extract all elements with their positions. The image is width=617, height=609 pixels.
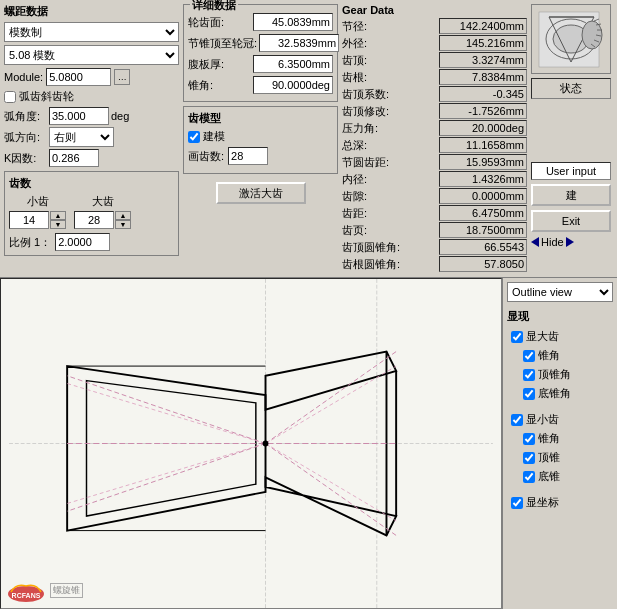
small-cone-checkbox[interactable]	[523, 433, 535, 445]
gear-data-row-11: 齿距:	[342, 205, 527, 221]
module-input[interactable]	[46, 68, 111, 86]
main-container: 螺距数据 模数制 5.08 模数 Module: … 弧齿斜齿轮 弧角度	[0, 0, 617, 609]
gear-row-value-3[interactable]	[439, 69, 527, 85]
gear-row-value-10[interactable]	[439, 188, 527, 204]
large-top-cone-checkbox[interactable]	[523, 369, 535, 381]
gear-row-label-0: 节径:	[342, 19, 407, 34]
modulus-dropdown[interactable]: 5.08 模数	[4, 45, 179, 65]
small-top-checkbox[interactable]	[523, 452, 535, 464]
outline-view-dropdown[interactable]: Outline view	[507, 282, 613, 302]
col3: Gear Data 节径:外径:齿顶:齿根:齿顶系数:齿顶修改:压力角:总深:节…	[342, 4, 527, 273]
small-cone-label: 锥角	[538, 431, 560, 446]
build-model-row: 建模	[188, 129, 333, 144]
show-small-teeth-checkbox[interactable]	[511, 414, 523, 426]
gear-row-value-7[interactable]	[439, 137, 527, 153]
gear-data-row-3: 齿根:	[342, 69, 527, 85]
gear-data-row-14: 齿根圆锥角:	[342, 256, 527, 272]
small-bottom-checkbox[interactable]	[523, 471, 535, 483]
build-model-checkbox[interactable]	[188, 131, 200, 143]
gear-row-value-5[interactable]	[439, 103, 527, 119]
arc-angle-unit: deg	[111, 110, 129, 122]
gear-row-value-14[interactable]	[439, 256, 527, 272]
svg-point-34	[263, 441, 269, 447]
large-teeth-up[interactable]: ▲	[115, 211, 131, 220]
gear-data-row-0: 节径:	[342, 18, 527, 34]
small-teeth-down[interactable]: ▼	[50, 220, 66, 229]
gear-row-value-6[interactable]	[439, 120, 527, 136]
top-panel: 螺距数据 模数制 5.08 模数 Module: … 弧齿斜齿轮 弧角度	[0, 0, 617, 277]
cone-angle-row: 锥角:	[188, 76, 333, 94]
gear-row-value-8[interactable]	[439, 154, 527, 170]
arc-direction-row: 弧方向: 右则	[4, 127, 179, 147]
arc-direction-label: 弧方向:	[4, 130, 49, 145]
gear-row-label-1: 外径:	[342, 36, 407, 51]
small-top-row: 顶锥	[507, 450, 613, 465]
small-teeth-up[interactable]: ▲	[50, 211, 66, 220]
pitch-crown-row: 节锥顶至轮冠:	[188, 34, 333, 52]
web-thickness-row: 腹板厚:	[188, 55, 333, 73]
col2: 详细数据 轮齿面: 节锥顶至轮冠: 腹板厚: 锥角:	[183, 4, 338, 273]
exit-btn[interactable]: Exit	[531, 210, 611, 232]
large-teeth-down[interactable]: ▼	[115, 220, 131, 229]
face-row: 轮齿面:	[188, 13, 333, 31]
gear-data-rows: 节径:外径:齿顶:齿根:齿顶系数:齿顶修改:压力角:总深:节圆齿距:内径:齿隙:…	[342, 18, 527, 272]
cad-view[interactable]: RCFANS 螺旋锥	[0, 278, 502, 609]
status-box: 状态	[531, 78, 611, 99]
user-input-box: User input	[531, 162, 611, 180]
show-coord-checkbox[interactable]	[511, 497, 523, 509]
gear-image	[531, 4, 611, 74]
cone-angle-label: 锥角:	[188, 78, 213, 93]
gear-data-row-9: 内径:	[342, 171, 527, 187]
large-bottom-cone-checkbox[interactable]	[523, 388, 535, 400]
gear-row-value-9[interactable]	[439, 171, 527, 187]
gear-icon	[534, 7, 609, 72]
gear-row-label-6: 压力角:	[342, 121, 407, 136]
k-factor-input[interactable]	[49, 149, 99, 167]
web-thickness-input[interactable]	[253, 55, 333, 73]
draw-label: 画齿数:	[188, 149, 224, 164]
pitch-crown-input[interactable]	[259, 34, 339, 52]
arc-angle-input[interactable]	[49, 107, 109, 125]
gear-row-value-4[interactable]	[439, 86, 527, 102]
helical-checkbox[interactable]	[4, 91, 16, 103]
gear-data-row-4: 齿顶系数:	[342, 86, 527, 102]
face-input[interactable]	[253, 13, 333, 31]
large-top-cone-row: 顶锥角	[507, 367, 613, 382]
large-teeth-label: 大齿	[92, 194, 114, 209]
hide-left-arrow[interactable]	[531, 237, 539, 247]
arc-direction-select[interactable]: 右则	[49, 127, 114, 147]
cone-angle-input[interactable]	[253, 76, 333, 94]
module-browse-btn[interactable]: …	[114, 69, 130, 85]
arc-angle-row: 弧角度: deg	[4, 107, 179, 125]
gear-row-label-11: 齿距:	[342, 206, 407, 221]
gear-row-value-13[interactable]	[439, 239, 527, 255]
small-teeth-input[interactable]	[9, 211, 49, 229]
ratio-label: 比例 1：	[9, 235, 51, 250]
gear-row-value-1[interactable]	[439, 35, 527, 51]
small-teeth-col: 小齿 ▲ ▼	[9, 194, 66, 229]
build-btn[interactable]: 建	[531, 184, 611, 206]
helical-checkbox-row: 弧齿斜齿轮	[4, 89, 179, 104]
large-cone-checkbox[interactable]	[523, 350, 535, 362]
ratio-input[interactable]	[55, 233, 110, 251]
model-section: 齿模型 建模 画齿数:	[183, 106, 338, 174]
activate-btn[interactable]: 激活大齿	[216, 182, 306, 204]
show-large-teeth-checkbox[interactable]	[511, 331, 523, 343]
draw-input[interactable]	[228, 147, 268, 165]
module-row: Module: …	[4, 68, 179, 86]
helical-label: 弧齿斜齿轮	[19, 89, 74, 104]
gear-row-value-0[interactable]	[439, 18, 527, 34]
display-title: 显现	[507, 309, 613, 324]
gear-data-row-1: 外径:	[342, 35, 527, 51]
col1: 螺距数据 模数制 5.08 模数 Module: … 弧齿斜齿轮 弧角度	[4, 4, 179, 273]
arc-angle-label: 弧角度:	[4, 109, 49, 124]
pitch-system-dropdown[interactable]: 模数制	[4, 22, 179, 42]
draw-row: 画齿数:	[188, 147, 333, 165]
gear-row-value-11[interactable]	[439, 205, 527, 221]
bottom-panel: RCFANS 螺旋锥 Outline view 显现 显大齿 锥角	[0, 277, 617, 609]
large-teeth-input[interactable]	[74, 211, 114, 229]
gear-row-value-12[interactable]	[439, 222, 527, 238]
hide-right-arrow[interactable]	[566, 237, 574, 247]
gear-row-value-2[interactable]	[439, 52, 527, 68]
hide-bar: Hide	[531, 236, 617, 248]
